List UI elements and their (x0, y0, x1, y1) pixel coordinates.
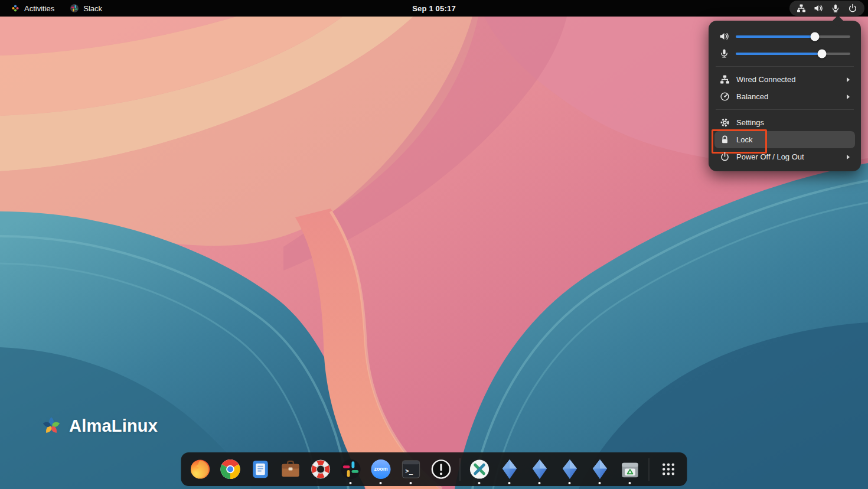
top-bar: Activities Slack Sep 1 05:17 (0, 0, 868, 17)
dock-item-diamond-1[interactable] (497, 453, 523, 485)
settings-gear-icon (720, 118, 730, 128)
network-wired-icon (720, 74, 730, 84)
menu-separator (716, 109, 854, 110)
menu-item-label: Balanced (736, 92, 768, 101)
activities-label: Activities (24, 4, 54, 13)
running-indicator (629, 482, 631, 484)
dock-item-diamond-2[interactable] (527, 453, 553, 485)
dock-item-documents[interactable] (247, 453, 273, 485)
menu-item-label: Wired Connected (736, 75, 795, 84)
distro-logo-icon (11, 4, 20, 13)
submenu-arrow-icon (847, 94, 850, 99)
dock-item-diamond-4[interactable] (587, 453, 613, 485)
dock-item-app-grid[interactable] (655, 453, 681, 485)
dock-item-terminal[interactable]: >_ (398, 453, 424, 485)
dock-item-slack[interactable] (338, 453, 364, 485)
dock-item-briefcase[interactable] (278, 453, 304, 485)
menu-item-label: Lock (736, 135, 752, 144)
mic-slider-handle[interactable] (817, 49, 826, 58)
power-icon (848, 4, 857, 13)
firefox-icon (188, 458, 211, 481)
dock-item-alert-circle[interactable] (428, 453, 454, 485)
menu-item-power-off[interactable]: Power Off / Log Out (714, 148, 855, 165)
dock-separator (460, 458, 461, 481)
dock-item-x-circle[interactable] (466, 453, 492, 485)
volume-slider[interactable] (736, 35, 850, 38)
almalinux-brand: AlmaLinux (39, 413, 158, 438)
dock-item-zoom[interactable]: zoom (368, 453, 394, 485)
documents-app-icon (249, 458, 272, 481)
system-menu: Wired Connected Balanced Settings Lock P… (709, 21, 861, 171)
running-indicator (539, 482, 541, 484)
mic-slider-fill (736, 53, 822, 55)
volume-slider-handle[interactable] (810, 32, 819, 41)
running-indicator (380, 482, 382, 484)
menu-item-lock[interactable]: Lock (714, 131, 855, 148)
app-grid-icon (657, 458, 680, 481)
focused-app-menu[interactable]: Slack (70, 4, 102, 13)
volume-icon (814, 4, 823, 13)
diamond-app-icon (528, 458, 551, 481)
network-wired-icon (797, 4, 806, 13)
slack-app-icon (70, 4, 79, 13)
volume-slider-fill (736, 35, 815, 38)
dock-item-firefox[interactable] (187, 453, 213, 485)
menu-item-label: Power Off / Log Out (736, 152, 804, 161)
menu-item-settings[interactable]: Settings (714, 114, 855, 131)
dock: zoom >_ (181, 452, 687, 486)
recycle-box-app-icon (618, 458, 641, 481)
menu-item-label: Settings (736, 118, 764, 127)
running-indicator (508, 482, 511, 484)
briefcase-app-icon (279, 458, 302, 481)
diamond-app-icon (558, 458, 581, 481)
running-indicator (569, 482, 571, 484)
lifering-help-icon (309, 458, 332, 481)
lock-icon (720, 135, 730, 145)
chrome-icon (218, 458, 242, 481)
running-indicator (350, 482, 352, 484)
zoom-icon: zoom (369, 458, 392, 481)
dock-separator (649, 458, 650, 481)
mic-slider[interactable] (736, 53, 850, 55)
dock-item-diamond-3[interactable] (557, 453, 583, 485)
terminal-icon: >_ (399, 458, 422, 481)
alert-circle-app-icon (429, 458, 452, 481)
terminal-prompt: >_ (405, 467, 413, 475)
menu-item-power-profile[interactable]: Balanced (714, 88, 855, 105)
running-indicator (599, 482, 601, 484)
menu-separator (716, 66, 854, 67)
system-tray[interactable] (789, 1, 864, 16)
brand-text: AlmaLinux (69, 416, 158, 436)
dock-item-help[interactable] (308, 453, 334, 485)
zoom-logo-text: zoom (374, 466, 387, 472)
x-circle-app-icon (468, 458, 491, 481)
diamond-app-icon (498, 458, 521, 481)
speaker-icon (719, 31, 729, 41)
slack-icon (339, 458, 362, 481)
running-indicator (410, 482, 412, 484)
dock-item-recycle-box[interactable] (617, 453, 643, 485)
microphone-icon (831, 4, 840, 13)
menu-item-wired-connected[interactable]: Wired Connected (714, 71, 855, 88)
diamond-app-icon (588, 458, 611, 481)
mic-slider-row (714, 45, 855, 62)
almalinux-logo-icon (39, 413, 64, 438)
running-indicator (478, 482, 481, 484)
microphone-icon (719, 48, 729, 58)
power-profile-gauge-icon (720, 92, 730, 102)
power-icon (720, 152, 730, 162)
volume-slider-row (714, 28, 855, 45)
submenu-arrow-icon (847, 155, 850, 159)
focused-app-label: Slack (83, 4, 102, 13)
submenu-arrow-icon (847, 77, 850, 82)
clock[interactable]: Sep 1 05:17 (412, 4, 456, 13)
activities-button[interactable]: Activities (7, 2, 58, 14)
dock-item-chrome[interactable] (217, 453, 243, 485)
